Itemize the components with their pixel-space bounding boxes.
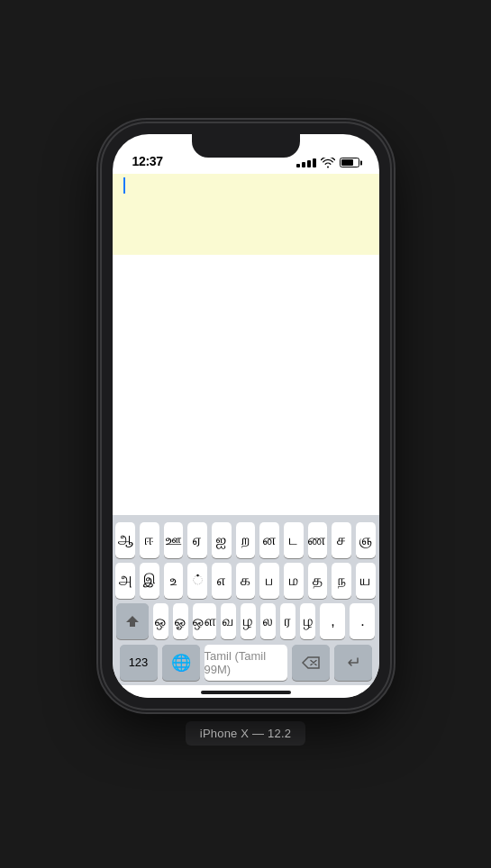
key-ai[interactable]: ஐ [212,522,232,558]
key-comma[interactable]: , [320,603,345,639]
space-key[interactable]: Tamil (Tamil 99M) [205,645,287,681]
keyboard-row-2: அ இ உ ◌் எ க ப ம த ந ய [116,563,376,599]
phone-frame: 12:37 [102,123,390,709]
device-label: iPhone X — 12.2 [186,721,305,746]
key-pulli[interactable]: ◌் [187,563,207,599]
key-nya[interactable]: ஞ [356,522,376,558]
signal-icon [296,158,316,167]
key-ee[interactable]: ஏ [187,522,207,558]
key-va[interactable]: வ [221,603,236,639]
delete-key[interactable] [292,645,330,681]
key-tha[interactable]: த [308,563,328,599]
key-ca[interactable]: ச [332,522,351,558]
key-rra[interactable]: ர [280,603,296,639]
keyboard-row-3: ஒ ஓ ஔ வ ழ ல ர ழ , . [116,603,376,639]
return-key[interactable] [334,645,372,681]
key-ya[interactable]: ய [356,563,376,599]
status-time: 12:37 [132,154,163,168]
numbers-key[interactable]: 123 [120,645,158,681]
key-ma[interactable]: ம [284,563,304,599]
key-aa[interactable]: ஆ [115,522,135,558]
wifi-icon [321,158,335,168]
key-a[interactable]: அ [115,563,135,599]
key-i[interactable]: இ [140,563,159,599]
key-ta[interactable]: ட [284,522,304,558]
key-au[interactable]: ஔ [193,603,216,639]
key-nna[interactable]: ண [308,522,328,558]
keyboard: ஆ ஈ ஊ ஏ ஐ ற ன ட ண ச ஞ அ இ உ ◌் [113,515,379,685]
key-lla[interactable]: ழ [300,603,315,639]
key-e[interactable]: எ [212,563,232,599]
key-ii[interactable]: ஈ [140,522,159,558]
key-pa[interactable]: ப [259,563,279,599]
globe-key[interactable]: 🌐 [162,645,200,681]
battery-icon [340,158,359,167]
status-icons [296,158,359,168]
keyboard-bottom-bar: 123 🌐 Tamil (Tamil 99M) [116,644,376,682]
key-ntha[interactable]: ந [332,563,351,599]
key-o[interactable]: ஒ [153,603,168,639]
white-space [113,255,379,515]
key-u[interactable]: உ [164,563,184,599]
key-na[interactable]: ன [259,522,279,558]
notch [192,134,300,158]
key-oo[interactable]: ஓ [173,603,188,639]
phone-wrapper: 12:37 [102,123,390,746]
phone-screen: 12:37 [113,134,379,698]
key-la[interactable]: ல [260,603,276,639]
home-bar [201,691,291,694]
key-zha[interactable]: ழ [241,603,256,639]
shift-key[interactable] [116,603,149,639]
keyboard-row-1: ஆ ஈ ஊ ஏ ஐ ற ன ட ண ச ஞ [116,522,376,558]
key-uu[interactable]: ஊ [164,522,184,558]
home-indicator [113,685,379,698]
text-area[interactable] [113,174,379,255]
key-period[interactable]: . [350,603,375,639]
text-cursor [123,177,125,194]
key-ka[interactable]: க [236,563,256,599]
key-ra[interactable]: ற [236,522,256,558]
